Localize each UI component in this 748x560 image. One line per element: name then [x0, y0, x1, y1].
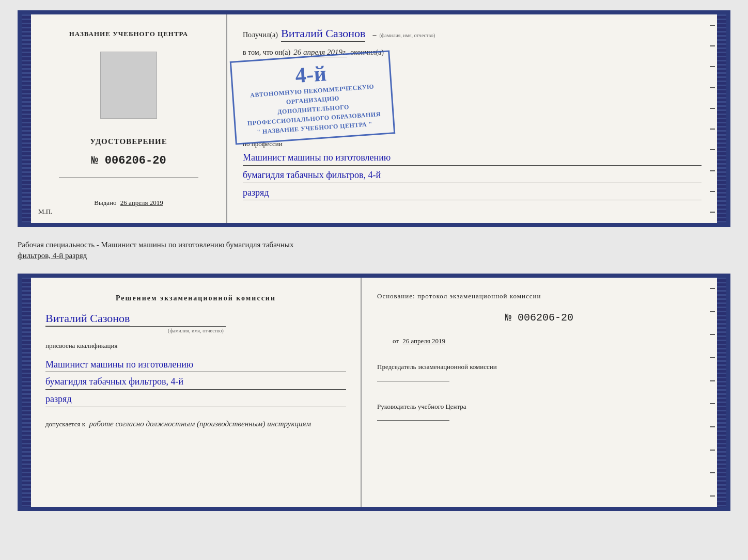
spine-mark-8: [710, 170, 715, 171]
bottom-left-panel: Решением экзаменационной комиссии Витали…: [31, 278, 362, 507]
profession-line2: бумагидля табачных фильтров, 4-й: [243, 168, 702, 183]
spine-mark-4: [710, 87, 715, 88]
head-title: Руководитель учебного Центра: [377, 402, 702, 412]
allows-text: работе согласно должностным (производств…: [89, 420, 311, 428]
cert-label: УДОСТОВЕРЕНИЕ: [90, 137, 167, 146]
mp-label: М.П.: [38, 207, 52, 216]
b-spine-mark-7: [710, 426, 715, 427]
qualification-line1: Машинист машины по изготовлению: [45, 357, 346, 373]
issued-label: Выдано: [94, 199, 116, 206]
b-spine-mark-10: [710, 495, 715, 497]
bottom-name-block: Виталий Сазонов (фамилия, имя, отчество): [45, 312, 346, 333]
issued-line: Выдано 26 апреля 2019: [94, 199, 163, 207]
middle-text-1: Рабочая специальность - Машинист машины …: [18, 241, 293, 249]
spine-mark-1: [710, 25, 715, 26]
head-sign-line: [377, 420, 449, 421]
qualification-block: Машинист машины по изготовлению бумагидл…: [45, 355, 346, 407]
photo-placeholder: [100, 52, 157, 119]
spine-mark-6: [710, 129, 715, 130]
b-spine-mark-3: [710, 334, 715, 335]
b-spine-mark-5: [710, 380, 715, 381]
cert-number: № 006206-20: [91, 154, 166, 167]
basis-text: Основание: протокол экзаменационной коми…: [377, 292, 702, 300]
spine-mark-9: [710, 191, 715, 192]
middle-text-block: Рабочая специальность - Машинист машины …: [18, 235, 730, 265]
allows-prefix: допускается к: [45, 420, 85, 428]
bottom-name-sublabel: (фамилия, имя, отчество): [45, 328, 346, 333]
bottom-recipient-name: Виталий Сазонов: [45, 312, 130, 326]
b-spine-mark-4: [710, 357, 715, 358]
chair-title: Председатель экзаменационной комиссии: [377, 362, 702, 373]
divider: [59, 178, 198, 178]
spine-mark-5: [710, 108, 715, 109]
head-sign-block: Руководитель учебного Центра: [377, 402, 702, 426]
date-value: 26 апреля 2019: [402, 337, 445, 345]
profession-block: по профессии Машинист машины по изготовл…: [243, 136, 702, 200]
chair-sign-block: Председатель экзаменационной комиссии: [377, 362, 702, 386]
spine-right: [717, 14, 726, 223]
date-line: от 26 апреля 2019: [393, 337, 702, 345]
stamp-overlay: 4-й АВТОНОМНУЮ НЕКОММЕРЧЕСКУЮ ОРГАНИЗАЦИ…: [230, 50, 396, 145]
spine-mark-3: [710, 66, 715, 67]
b-spine-mark-9: [710, 472, 715, 473]
top-certificate: НАЗВАНИЕ УЧЕБНОГО ЦЕНТРА УДОСТОВЕРЕНИЕ №…: [18, 10, 730, 227]
bottom-right-spine-marks: [710, 278, 717, 507]
middle-text-2: фильтров, 4-й разряд: [18, 251, 87, 260]
bottom-divider: [45, 326, 226, 327]
spine-left: [22, 14, 31, 223]
spine-mark-2: [710, 45, 715, 46]
qualified-label: присвоена квалификация: [45, 342, 346, 350]
b-spine-mark-2: [710, 311, 715, 312]
bottom-spine-right: [717, 278, 726, 507]
cert-left-panel: НАЗВАНИЕ УЧЕБНОГО ЦЕНТРА УДОСТОВЕРЕНИЕ №…: [31, 14, 227, 223]
recipient-row: Получил(а) Виталий Сазонов – (фамилия, и…: [243, 27, 702, 42]
dash-label: –: [372, 31, 376, 39]
chair-sign-line: [377, 381, 449, 381]
bottom-spine-left: [22, 278, 31, 507]
vtom-text: в том, что он(а): [243, 49, 290, 57]
date-prefix: от: [393, 337, 399, 345]
training-center-header: НАЗВАНИЕ УЧЕБНОГО ЦЕНТРА: [69, 30, 189, 38]
b-spine-mark-1: [710, 288, 715, 289]
spine-mark-7: [710, 149, 715, 150]
profession-prefix: по профессии: [243, 140, 702, 148]
spine-mark-10: [710, 212, 715, 213]
bottom-right-panel: Основание: протокол экзаменационной коми…: [362, 278, 717, 507]
issued-date: 26 апреля 2019: [120, 199, 163, 206]
recipient-name: Виталий Сазонов: [281, 27, 365, 42]
protocol-number: № 006206-20: [377, 312, 702, 324]
allows-work-block: допускается к работе согласно должностны…: [45, 420, 346, 428]
qualification-line2: бумагидля табачных фильтров, 4-й: [45, 374, 346, 390]
received-prefix: Получил(а): [243, 31, 278, 39]
right-spine-marks: [710, 14, 717, 223]
qualification-line3: разряд: [45, 392, 346, 407]
cert-right-panel: Получил(а) Виталий Сазонов – (фамилия, и…: [227, 14, 717, 223]
b-spine-mark-8: [710, 450, 715, 451]
profession-line1: Машинист машины по изготовлению: [243, 150, 702, 166]
decision-title: Решением экзаменационной комиссии: [45, 293, 346, 303]
b-spine-mark-6: [710, 403, 715, 404]
name-sublabel: (фамилия, имя, отчество): [379, 33, 435, 38]
bottom-certificate: Решением экзаменационной комиссии Витали…: [18, 274, 730, 511]
profession-line3: разряд: [243, 185, 702, 201]
